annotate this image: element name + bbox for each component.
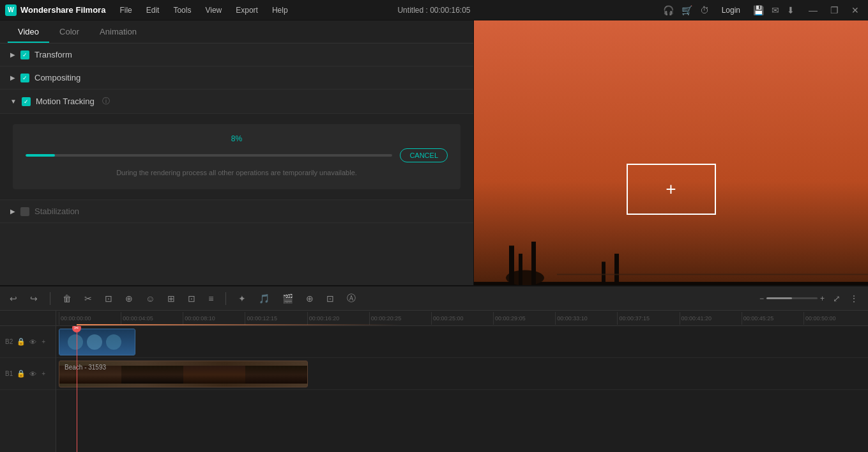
toolbar-separator-2 <box>225 292 226 305</box>
track-area: 00:00:00:00 00:00:04:05 00:00:08:10 00:0… <box>56 311 868 452</box>
playhead[interactable]: ✂ <box>77 326 77 452</box>
delete-button[interactable]: 🗑 <box>59 292 75 306</box>
zoom-clip-button[interactable]: ⊕ <box>122 292 136 306</box>
cancel-button[interactable]: CANCEL <box>400 148 448 162</box>
cut-button[interactable]: ✂ <box>81 292 95 306</box>
sticker-button[interactable]: ⊞ <box>164 292 178 306</box>
timeline-settings-button[interactable]: ⋮ <box>846 292 862 306</box>
motion-tracking-section-header[interactable]: ▼ ✓ Motion Tracking ⓘ <box>0 90 473 114</box>
clock-icon[interactable]: ⏱ <box>700 5 709 15</box>
track-labels: B2 🔒 👁 + B1 🔒 👁 + <box>0 311 56 452</box>
transform-arrow: ▶ <box>10 51 15 58</box>
window-controls: — ❐ ✕ <box>805 4 863 17</box>
minimize-button[interactable]: — <box>805 4 821 17</box>
menu-tools[interactable]: Tools <box>167 3 197 17</box>
tab-animation[interactable]: Animation <box>89 22 147 43</box>
motion-tracking-checkbox[interactable]: ✓ <box>22 97 31 106</box>
download-icon[interactable]: ⬇ <box>787 5 795 15</box>
menu-bar: File Edit Tools View Export Help <box>113 3 652 17</box>
label-timescale-spacer <box>0 311 56 326</box>
svg-point-16 <box>106 334 121 350</box>
menu-help[interactable]: Help <box>266 3 294 17</box>
timescale-8: 00:00:33:10 <box>555 312 617 325</box>
progress-track <box>26 154 392 157</box>
selection-plus-icon: + <box>666 179 676 199</box>
transform-section-header[interactable]: ▶ ✓ Transform <box>0 43 473 66</box>
tab-bar: Video Color Animation <box>0 20 473 43</box>
motion-tracking-label: Motion Tracking <box>36 97 95 106</box>
emoji-button[interactable]: ☺ <box>142 292 158 306</box>
titlebar-icons: 🎧 🛒 ⏱ Login 💾 ✉ ⬇ <box>663 4 795 16</box>
audio-eq-button[interactable]: ≡ <box>205 292 217 306</box>
timescale-5: 00:00:20:25 <box>369 312 431 325</box>
compositing-label: Compositing <box>34 73 80 82</box>
titlebar: W Wondershare Filmora File Edit Tools Vi… <box>0 0 868 20</box>
tab-video[interactable]: Video <box>8 22 49 43</box>
stabilization-checkbox[interactable] <box>20 207 29 216</box>
thumbnail-button[interactable]: ⊡ <box>323 292 337 306</box>
login-button[interactable]: Login <box>717 4 745 16</box>
svg-point-14 <box>68 334 83 350</box>
compositing-checkbox[interactable]: ✓ <box>20 74 29 82</box>
lock-icon-2[interactable]: 🔒 <box>17 338 26 346</box>
cart-icon[interactable]: 🛒 <box>681 5 692 15</box>
toolbar-separator-1 <box>50 292 50 305</box>
eye-icon-2[interactable]: 👁 <box>29 338 36 346</box>
timescale-marks: 00:00:00:00 00:00:04:05 00:00:08:10 00:0… <box>59 312 865 325</box>
zoom-out-button[interactable]: − <box>759 294 764 303</box>
undo-button[interactable]: ↩ <box>6 292 20 306</box>
menu-export[interactable]: Export <box>229 3 264 17</box>
composite-button[interactable]: ⊕ <box>303 292 317 306</box>
avatar-svg <box>59 329 135 355</box>
clip-beach[interactable]: Beach - 31593 <box>59 361 308 387</box>
fit-timeline-button[interactable]: ⤢ <box>830 292 844 306</box>
track-label-1: B1 🔒 👁 + <box>0 358 56 390</box>
timescale-4: 00:00:16:20 <box>307 312 369 325</box>
tab-color[interactable]: Color <box>49 22 89 43</box>
lock-icon-1[interactable]: 🔒 <box>17 370 26 378</box>
eye-icon-1[interactable]: 👁 <box>29 370 36 378</box>
stabilization-section-header[interactable]: ▶ Stabilization <box>0 200 473 223</box>
motion-tracking-content: 8% CANCEL During the rendering process a… <box>0 114 473 200</box>
track-add-1[interactable]: + <box>42 370 45 377</box>
menu-edit[interactable]: Edit <box>140 3 166 17</box>
crop-button[interactable]: ⊡ <box>102 292 116 306</box>
track-row-1: Beach - 31593 <box>56 358 868 390</box>
maximize-button[interactable]: ❐ <box>826 4 842 17</box>
compositing-section-header[interactable]: ▶ ✓ Compositing <box>0 66 473 90</box>
mail-icon[interactable]: ✉ <box>772 5 779 15</box>
motion-tracking-arrow: ▼ <box>10 98 17 105</box>
save-icon[interactable]: 💾 <box>753 5 764 15</box>
close-button[interactable]: ✕ <box>848 4 863 17</box>
svg-point-15 <box>87 334 102 350</box>
motion-tracking-info-icon[interactable]: ⓘ <box>102 96 110 107</box>
clip-avatar[interactable]: WhatsApp Image 202... <box>59 329 135 355</box>
audio-detach-button[interactable]: 🎵 <box>255 292 273 306</box>
timeline: ↩ ↪ 🗑 ✂ ⊡ ⊕ ☺ ⊞ ⊡ ≡ ✦ 🎵 🎬 ⊕ ⊡ Ⓐ − + ⤢ ⋮ <box>0 285 868 452</box>
timescale-6: 00:00:25:00 <box>431 312 493 325</box>
timescale-2: 00:00:08:10 <box>183 312 245 325</box>
expand-button[interactable]: ⊡ <box>185 292 199 306</box>
menu-view[interactable]: View <box>199 3 228 17</box>
tracks-body: ✂ WhatsApp Image 202... <box>56 326 868 452</box>
timescale-12: 00:00:50:00 <box>803 312 865 325</box>
multicam-button[interactable]: 🎬 <box>279 292 296 306</box>
scene-detect-button[interactable]: ✦ <box>235 292 249 306</box>
menu-file[interactable]: File <box>113 3 138 17</box>
zoom-slider[interactable] <box>766 297 818 299</box>
redo-button[interactable]: ↪ <box>27 292 41 306</box>
transform-checkbox[interactable]: ✓ <box>20 51 29 59</box>
headset-icon[interactable]: 🎧 <box>663 5 674 15</box>
progress-fill <box>26 154 55 157</box>
selection-box[interactable]: + <box>627 164 716 215</box>
zoom-in-button[interactable]: + <box>820 294 825 303</box>
app-name: Wondershare Filmora <box>20 5 105 15</box>
timescale-7: 00:00:29:05 <box>493 312 555 325</box>
transform-label: Transform <box>34 50 72 59</box>
timescale-0: 00:00:00:00 <box>59 312 121 325</box>
track-add-2[interactable]: + <box>42 338 45 345</box>
timescale-1: 00:00:04:05 <box>121 312 183 325</box>
caption-button[interactable]: Ⓐ <box>344 291 359 306</box>
progress-bar-wrapper: CANCEL <box>26 148 448 162</box>
track-num-2: B2 <box>5 338 13 345</box>
